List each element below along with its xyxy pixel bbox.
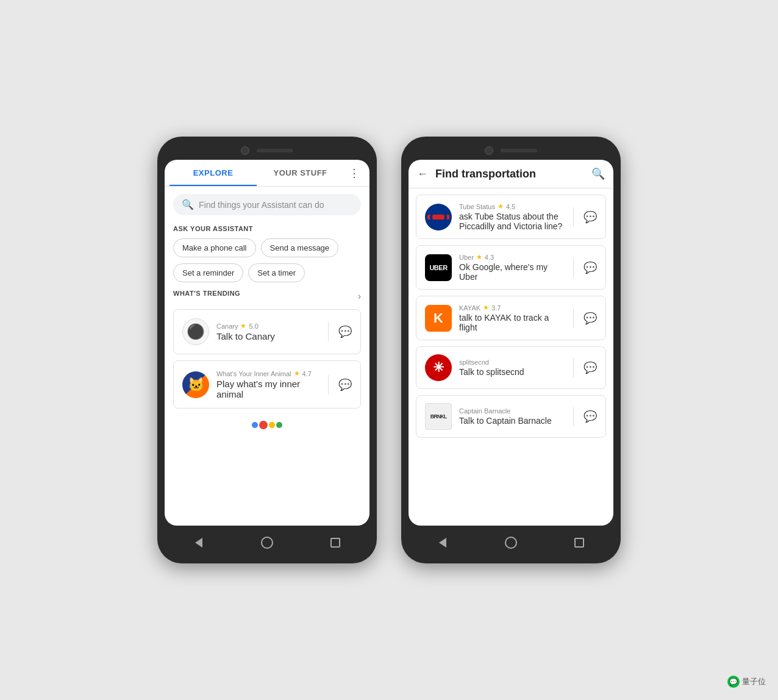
wechat-icon: 💬	[727, 676, 740, 688]
tube-status-logo	[425, 204, 452, 230]
tube-chat-icon[interactable]: 💬	[584, 210, 597, 224]
chips-row-2: Set a reminder Set a timer	[173, 263, 361, 282]
nav-recents-button[interactable]	[328, 535, 343, 550]
barnacle-text: Talk to Captain Barnacle	[459, 416, 563, 426]
right-phone: ← Find transportation 🔍 Tube Status	[401, 137, 621, 563]
kayak-card-info: KAYAK ★ 3.7 talk to KAYAK to track a fli…	[459, 304, 563, 332]
kayak-chat-icon[interactable]: 💬	[584, 312, 597, 325]
inner-animal-logo: 🐱	[182, 371, 209, 398]
uber-card[interactable]: UBER Uber ★ 4.3 Ok Google, where's my Ub…	[416, 245, 606, 290]
transport-search-icon[interactable]: 🔍	[591, 167, 605, 180]
left-nav-bar	[165, 532, 369, 554]
chip-timer[interactable]: Set a timer	[248, 263, 305, 282]
transport-content: Tube Status ★ 4.5 ask Tube Status about …	[409, 188, 613, 526]
transport-header: ← Find transportation 🔍	[409, 160, 613, 188]
splitsecnd-logo: ✳	[425, 354, 452, 381]
barnacle-card-info: Captain Barnacle Talk to Captain Barnacl…	[459, 407, 563, 426]
right-nav-recents-button[interactable]	[572, 535, 587, 550]
chip-send-message[interactable]: Send a message	[261, 238, 339, 257]
right-phone-screen: ← Find transportation 🔍 Tube Status	[409, 160, 613, 526]
splitsecnd-chat-icon[interactable]: 💬	[584, 361, 597, 374]
left-phone-screen: EXPLORE YOUR STUFF ⋮ 🔍 Find things your …	[165, 160, 369, 526]
splitsecnd-text: Talk to splitsecnd	[459, 367, 563, 377]
inner-animal-card-info: What's Your Inner Animal ★ 4.7 Play what…	[216, 370, 318, 399]
chip-phone-call[interactable]: Make a phone call	[173, 238, 256, 257]
tube-star-icon: ★	[498, 202, 504, 210]
back-arrow-icon[interactable]: ←	[417, 168, 428, 180]
inner-animal-meta: What's Your Inner Animal ★ 4.7	[216, 370, 318, 377]
dot-yellow	[269, 422, 275, 428]
inner-animal-chat-icon[interactable]: 💬	[338, 378, 352, 391]
left-camera	[241, 146, 249, 155]
right-nav-back-button[interactable]	[435, 535, 450, 550]
kayak-star-icon: ★	[483, 304, 489, 312]
uber-divider	[573, 258, 574, 277]
inner-animal-divider	[328, 375, 329, 395]
inner-animal-card[interactable]: 🐱 What's Your Inner Animal ★ 4.7 Play wh…	[173, 360, 361, 409]
chip-reminder[interactable]: Set a reminder	[173, 263, 243, 282]
nav-home-button[interactable]	[260, 535, 274, 550]
barnacle-meta: Captain Barnacle	[459, 407, 563, 415]
trending-header: WHAT'S TRENDING ›	[173, 290, 361, 303]
kayak-text: talk to KAYAK to track a flight	[459, 313, 563, 332]
trending-title: WHAT'S TRENDING	[173, 290, 240, 297]
explore-header: EXPLORE YOUR STUFF ⋮	[165, 160, 369, 187]
canary-card-text: Talk to Canary	[216, 331, 318, 341]
splitsecnd-card-info: splitsecnd Talk to splitsecnd	[459, 359, 563, 377]
canary-divider	[328, 322, 329, 341]
nav-back-button[interactable]	[191, 535, 206, 550]
tube-divider	[573, 207, 574, 227]
uber-meta: Uber ★ 4.3	[459, 253, 563, 261]
dot-blue	[252, 422, 258, 428]
inner-animal-card-text: Play what's my inner animal	[216, 379, 318, 399]
google-assistant-dots	[173, 415, 361, 435]
right-phone-top-bar	[409, 146, 613, 155]
tab-explore[interactable]: EXPLORE	[170, 160, 257, 186]
chips-row-1: Make a phone call Send a message	[173, 238, 361, 257]
search-bar[interactable]: 🔍 Find things your Assistant can do	[173, 194, 361, 215]
uber-logo: UBER	[425, 254, 452, 281]
watermark-text: 量子位	[742, 676, 766, 687]
canary-meta: Canary ★ 5.0	[216, 322, 318, 330]
splitsecnd-card[interactable]: ✳ splitsecnd Talk to splitsecnd 💬	[416, 346, 606, 389]
kayak-meta: KAYAK ★ 3.7	[459, 304, 563, 312]
kayak-divider	[573, 309, 574, 328]
right-nav-home-button[interactable]	[504, 535, 518, 550]
tube-status-meta: Tube Status ★ 4.5	[459, 202, 563, 210]
kayak-logo: K	[425, 305, 452, 332]
kayak-card[interactable]: K KAYAK ★ 3.7 talk to KAYAK to track a f…	[416, 296, 606, 340]
captain-barnacle-card[interactable]: BRNKL Captain Barnacle Talk to Captain B…	[416, 395, 606, 438]
right-nav-bar	[409, 532, 613, 554]
right-speaker	[501, 149, 537, 152]
canary-logo: ⚫	[182, 318, 209, 345]
barnacle-logo: BRNKL	[425, 403, 452, 430]
canary-card[interactable]: ⚫ Canary ★ 5.0 Talk to Canary 💬	[173, 309, 361, 354]
uber-star-icon: ★	[476, 253, 482, 261]
left-phone: EXPLORE YOUR STUFF ⋮ 🔍 Find things your …	[157, 137, 377, 563]
uber-card-info: Uber ★ 4.3 Ok Google, where's my Uber	[459, 253, 563, 282]
splitsecnd-divider	[573, 358, 574, 377]
barnacle-divider	[573, 407, 574, 426]
right-camera	[485, 146, 493, 155]
left-speaker	[257, 149, 293, 152]
barnacle-chat-icon[interactable]: 💬	[584, 410, 597, 423]
inner-animal-star-icon: ★	[294, 370, 300, 377]
dot-red	[259, 421, 268, 429]
uber-chat-icon[interactable]: 💬	[584, 261, 597, 274]
splitsecnd-meta: splitsecnd	[459, 359, 563, 366]
search-icon: 🔍	[182, 199, 194, 210]
ask-assistant-title: ASK YOUR ASSISTANT	[173, 225, 361, 232]
dot-green	[276, 422, 282, 428]
trending-chevron-icon[interactable]: ›	[358, 291, 361, 302]
canary-star-icon: ★	[240, 322, 246, 330]
explore-content: 🔍 Find things your Assistant can do ASK …	[165, 187, 369, 526]
canary-card-info: Canary ★ 5.0 Talk to Canary	[216, 322, 318, 341]
watermark: 💬 量子位	[727, 676, 766, 688]
canary-chat-icon[interactable]: 💬	[338, 325, 352, 338]
tube-status-card[interactable]: Tube Status ★ 4.5 ask Tube Status about …	[416, 195, 606, 239]
search-placeholder-text: Find things your Assistant can do	[199, 200, 324, 210]
left-phone-top-bar	[165, 146, 369, 155]
more-button[interactable]: ⋮	[344, 162, 365, 185]
uber-text: Ok Google, where's my Uber	[459, 262, 563, 282]
tab-your-stuff[interactable]: YOUR STUFF	[257, 160, 344, 186]
